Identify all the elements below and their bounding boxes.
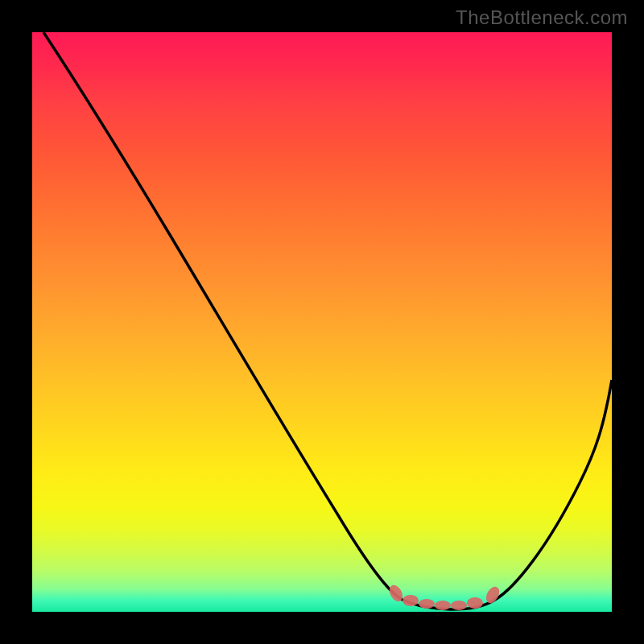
svg-point-6	[483, 584, 502, 605]
watermark-label: TheBottleneck.com	[456, 6, 628, 29]
svg-point-5	[467, 597, 483, 609]
svg-point-1	[402, 595, 419, 606]
plot-area	[32, 32, 612, 612]
svg-point-3	[435, 601, 451, 610]
curve-svg	[32, 32, 612, 612]
curve-path	[43, 32, 612, 609]
chart-container: TheBottleneck.com	[0, 0, 644, 644]
svg-point-2	[419, 599, 435, 609]
svg-point-4	[451, 601, 467, 610]
